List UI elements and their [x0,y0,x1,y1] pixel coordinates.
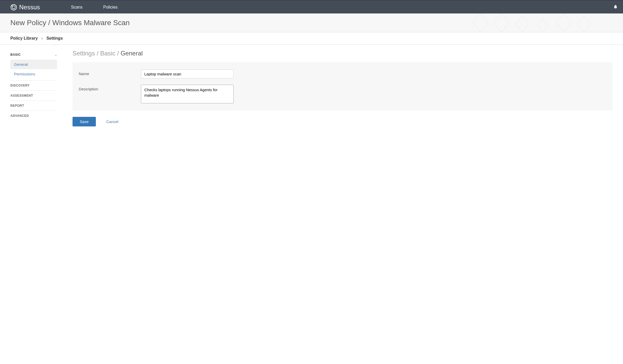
form-actions: Save Cancel [73,117,613,126]
form-panel: Name Description [73,62,613,111]
breadcrumb-bar: Policy Library › Settings [0,32,623,45]
nav-right [613,4,618,10]
settings-sidebar: BASIC ⌄ General Permissions DISCOVERY AS… [10,50,57,126]
sidebar-section-advanced: ADVANCED [10,111,57,121]
sidebar-section-report: REPORT [10,101,57,111]
description-textarea[interactable] [141,85,234,103]
svg-point-2 [11,5,12,6]
cancel-button[interactable]: Cancel [106,119,118,124]
panel-crumb-sep2: / [117,50,120,57]
description-label: Description [79,85,141,91]
sidebar-header-assessment[interactable]: ASSESSMENT [10,91,57,101]
breadcrumb: Policy Library › Settings [10,36,613,41]
panel-crumb-general: General [120,50,142,57]
app-name: Nessus [19,4,40,11]
panel-crumb-sep: / [97,50,100,57]
sidebar-basic-items: General Permissions [10,60,57,80]
nav-links: Scans Policies [71,5,118,10]
save-button[interactable]: Save [73,117,96,126]
sidebar-section-basic: BASIC ⌄ General Permissions [10,50,57,81]
breadcrumb-settings[interactable]: Settings [46,36,63,41]
main-panel: Settings / Basic / General Name Descript… [73,50,613,126]
top-navbar: Nessus Scans Policies [0,0,623,13]
sidebar-section-discovery: DISCOVERY [10,81,57,91]
sidebar-header-discovery[interactable]: DISCOVERY [10,81,57,90]
sidebar-item-general[interactable]: General [10,60,57,69]
sidebar-header-advanced[interactable]: ADVANCED [10,111,57,121]
notifications-icon[interactable] [613,4,618,10]
svg-point-1 [12,6,15,9]
panel-breadcrumb: Settings / Basic / General [73,50,613,57]
content-area: BASIC ⌄ General Permissions DISCOVERY AS… [0,45,623,132]
sidebar-header-report[interactable]: REPORT [10,101,57,111]
app-logo[interactable]: Nessus [10,4,40,11]
page-header: New Policy / Windows Malware Scan [0,13,623,32]
panel-crumb-settings: Settings [73,50,95,57]
chevron-down-icon: ⌄ [55,53,57,56]
sidebar-label-basic: BASIC [10,53,21,56]
nessus-logo-icon [10,4,17,11]
name-label: Name [79,69,141,76]
nav-policies[interactable]: Policies [103,5,118,10]
sidebar-item-permissions[interactable]: Permissions [10,69,57,79]
name-input[interactable] [141,69,234,78]
sidebar-section-assessment: ASSESSMENT [10,91,57,101]
form-row-name: Name [79,69,606,78]
sidebar-header-basic[interactable]: BASIC ⌄ [10,50,57,60]
nav-scans[interactable]: Scans [71,5,82,10]
breadcrumb-policy-library[interactable]: Policy Library [10,36,38,41]
panel-crumb-basic: Basic [100,50,116,57]
chevron-right-icon: › [41,36,43,41]
form-row-description: Description [79,85,606,103]
header-decoration [468,13,597,32]
